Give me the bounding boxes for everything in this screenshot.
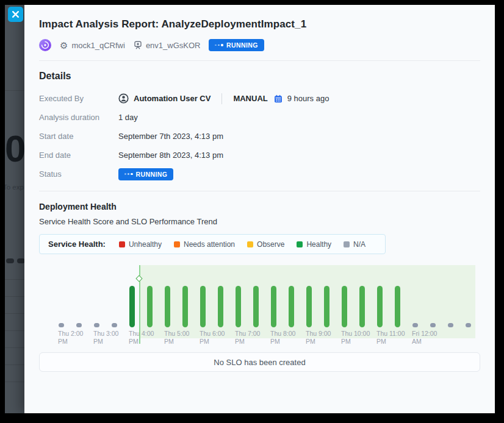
- detail-row-duration: Analysis duration 1 day: [39, 108, 480, 127]
- service-avatar: [39, 39, 51, 51]
- health-bar-healthy: [359, 286, 365, 327]
- legend-item: Needs attention: [174, 240, 235, 249]
- legend-item: Unhealthy: [119, 240, 162, 249]
- deployment-health-heading: Deployment Health: [39, 202, 480, 212]
- detail-label: Executed By: [39, 94, 118, 103]
- health-bar-healthy: [377, 286, 383, 327]
- health-bar-healthy: [271, 286, 276, 327]
- slo-empty-text: No SLO has been created: [214, 358, 305, 367]
- legend-swatch-icon: [119, 241, 125, 247]
- legend-label: N/A: [353, 240, 365, 249]
- duration-value: 1 day: [118, 113, 138, 122]
- background-row-divider: [5, 364, 26, 365]
- environment-name: env1_wGsKOR: [146, 41, 201, 50]
- monitored-service-name: mock1_qCRfwi: [71, 41, 124, 50]
- details-heading: Details: [39, 71, 480, 82]
- header-divider: [39, 60, 480, 61]
- detail-label: End date: [39, 151, 118, 160]
- health-bar-healthy: [218, 286, 223, 327]
- executed-time: 9 hours ago: [287, 94, 329, 103]
- user-icon: [118, 93, 129, 104]
- background-row-divider: [5, 330, 26, 331]
- legend-swatch-icon: [247, 241, 253, 247]
- detail-label: Start date: [39, 132, 118, 141]
- background-row-divider: [5, 313, 26, 314]
- dimmed-background-page: 0 To exp Impact Analysis Report: Analyze…: [5, 5, 495, 413]
- monitored-service-link[interactable]: ⚙ mock1_qCRfwi: [60, 41, 125, 50]
- health-bar-healthy: [165, 286, 170, 327]
- gear-icon: ⚙: [60, 41, 68, 50]
- deployment-health-subtitle: Service Health Score and SLO Performance…: [39, 217, 480, 226]
- impact-analysis-report-drawer: Impact Analysis Report: AnalyzeDeploymen…: [24, 5, 495, 413]
- end-date-value: September 8th 2023, 4:13 pm: [118, 151, 223, 160]
- trigger-type: MANUAL: [233, 94, 267, 103]
- x-axis-tick-label: Thu 6:00PM: [200, 330, 225, 346]
- report-meta-row: ⚙ mock1_qCRfwi env1_wGsKOR RUNNING: [39, 39, 480, 51]
- close-icon: [12, 10, 20, 18]
- background-partial-text: To exp: [5, 183, 24, 191]
- running-pulse-icon: [124, 173, 133, 176]
- legend-label: Observe: [257, 240, 284, 249]
- health-bar-na: [59, 323, 64, 327]
- report-title: Impact Analysis Report: AnalyzeDeploymen…: [39, 18, 480, 30]
- legend-swatch-icon: [344, 241, 350, 247]
- background-row-divider: [5, 279, 26, 280]
- environment-icon: [134, 41, 142, 49]
- background-row-divider: [5, 347, 26, 348]
- health-bar-healthy: [324, 286, 329, 327]
- service-health-legend-items: UnhealthyNeeds attentionObserveHealthyN/…: [119, 240, 365, 249]
- health-bar-na: [448, 323, 453, 327]
- detail-row-status: Status RUNNING: [39, 165, 480, 183]
- x-axis-tick-label: Thu 8:00PM: [270, 330, 295, 346]
- health-bar-na: [112, 323, 117, 327]
- x-axis-tick-label: Thu 5:00PM: [164, 330, 189, 346]
- slo-empty-state: No SLO has been created: [39, 352, 480, 372]
- x-axis-tick-label: Thu 9:00PM: [306, 330, 331, 346]
- health-bar-na: [412, 323, 418, 327]
- health-bar-healthy: [182, 286, 188, 327]
- detail-label: Status: [39, 169, 118, 179]
- health-bar-healthy: [200, 286, 206, 327]
- health-bar-healthy: [147, 286, 153, 327]
- background-row-divider: [5, 296, 26, 297]
- background-row-divider: [5, 382, 26, 382]
- service-avatar-icon: [39, 39, 51, 51]
- legend-label: Healthy: [306, 240, 331, 249]
- health-bar-na: [94, 323, 99, 327]
- health-bar-healthy: [306, 286, 312, 327]
- running-status-badge: RUNNING: [209, 39, 264, 51]
- health-score-chart[interactable]: Thu 2:00PMThu 3:00PMThu 4:00PMThu 5:00PM…: [39, 261, 480, 344]
- x-axis-tick-label: Thu 2:00PM: [58, 330, 83, 346]
- x-axis-tick-label: Thu 7:00PM: [235, 330, 260, 346]
- running-pulse-icon: [215, 44, 223, 46]
- legend-item: N/A: [344, 240, 365, 249]
- health-bar-na: [466, 323, 471, 327]
- x-axis-tick-label: Thu 4:00PM: [129, 330, 154, 346]
- detail-row-end-date: End date September 8th 2023, 4:13 pm: [39, 146, 480, 165]
- value-divider: [221, 93, 222, 104]
- health-bar-healthy: [236, 286, 241, 327]
- health-bar-healthy: [342, 286, 347, 327]
- legend-title: Service Health:: [48, 240, 106, 249]
- service-health-legend: Service Health: UnhealthyNeeds attention…: [39, 234, 386, 254]
- health-bar-healthy: [289, 286, 294, 327]
- environment-link[interactable]: env1_wGsKOR: [134, 41, 201, 50]
- close-drawer-button[interactable]: [8, 7, 23, 22]
- background-icon-stub: [6, 258, 14, 263]
- x-axis-tick-label: Thu 10:00PM: [341, 330, 370, 346]
- health-bar-na: [430, 323, 436, 327]
- section-divider: [39, 191, 480, 191]
- legend-swatch-icon: [297, 241, 303, 247]
- legend-item: Healthy: [297, 240, 331, 249]
- status-running-badge: RUNNING: [118, 168, 173, 180]
- x-axis-tick-label: Fri 12:00AM: [412, 330, 437, 346]
- health-bar-healthy: [395, 286, 400, 327]
- detail-row-start-date: Start date September 7th 2023, 4:13 pm: [39, 127, 480, 146]
- detail-label: Analysis duration: [39, 113, 118, 122]
- start-date-value: September 7th 2023, 4:13 pm: [118, 132, 223, 141]
- legend-label: Unhealthy: [129, 240, 162, 249]
- legend-item: Observe: [247, 240, 284, 249]
- health-bar-na: [76, 323, 82, 327]
- x-axis-tick-label: Thu 3:00PM: [93, 330, 118, 346]
- health-bar-healthy: [129, 286, 135, 327]
